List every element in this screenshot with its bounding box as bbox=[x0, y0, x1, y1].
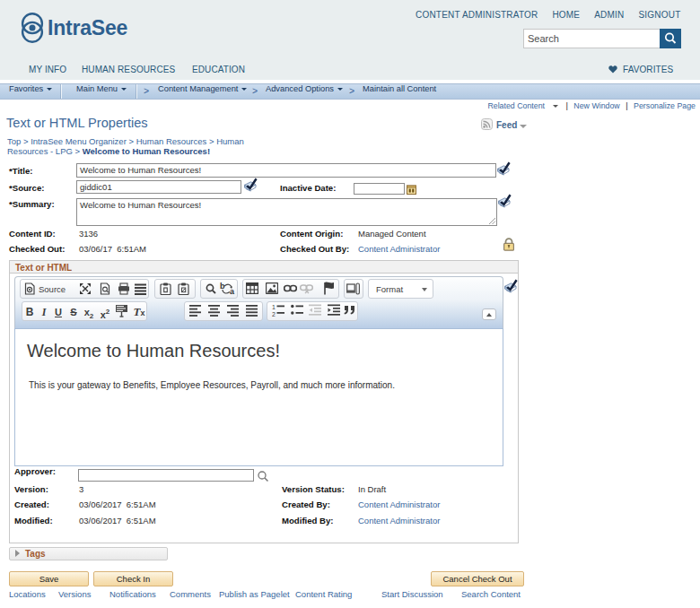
svg-text:1: 1 bbox=[272, 304, 276, 310]
svg-text:2: 2 bbox=[272, 311, 276, 317]
